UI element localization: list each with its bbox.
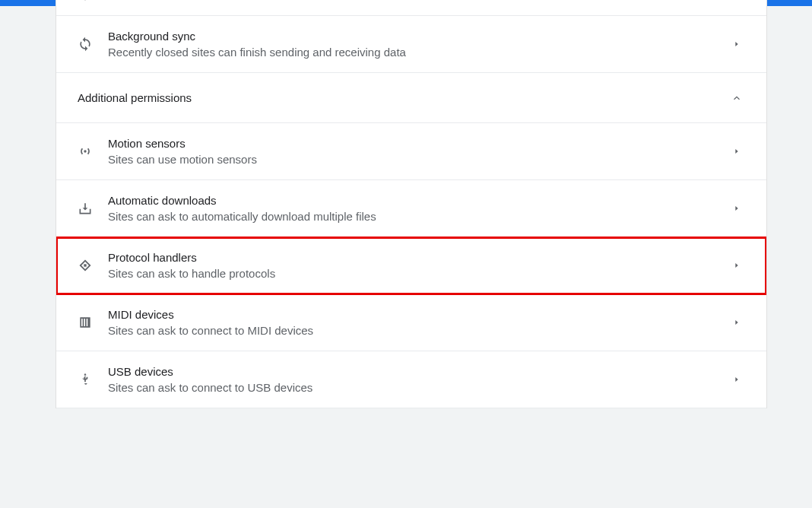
- row-text: USB devices Sites can ask to connect to …: [108, 365, 725, 394]
- row-notifications[interactable]: Sites can ask to send notifications: [56, 0, 766, 16]
- row-motion-sensors[interactable]: Motion sensors Sites can use motion sens…: [56, 123, 766, 180]
- row-title: Protocol handlers: [108, 251, 725, 264]
- chevron-right-icon: [725, 148, 748, 155]
- row-title: Motion sensors: [108, 137, 725, 150]
- chevron-up-icon: [725, 93, 748, 103]
- svg-point-0: [84, 150, 86, 152]
- midi-icon: [78, 315, 108, 330]
- row-text: Automatic downloads Sites can ask to aut…: [108, 194, 725, 223]
- download-icon: [78, 201, 108, 216]
- row-text: MIDI devices Sites can ask to connect to…: [108, 308, 725, 337]
- chevron-right-icon: [725, 40, 748, 48]
- chevron-right-icon: [725, 262, 748, 269]
- settings-panel: Sites can ask to send notifications Back…: [56, 0, 767, 408]
- row-text: Sites can ask to send notifications: [108, 0, 725, 1]
- row-title: Automatic downloads: [108, 194, 725, 207]
- bell-icon: [78, 0, 108, 2]
- row-automatic-downloads[interactable]: Automatic downloads Sites can ask to aut…: [56, 180, 766, 237]
- chevron-right-icon: [725, 376, 748, 383]
- row-subtitle: Sites can ask to connect to USB devices: [108, 381, 725, 394]
- usb-icon: [78, 372, 108, 387]
- row-subtitle: Sites can ask to handle protocols: [108, 267, 725, 280]
- row-text: Background sync Recently closed sites ca…: [108, 30, 725, 59]
- sync-icon: [78, 37, 108, 52]
- row-subtitle: Recently closed sites can finish sending…: [108, 46, 725, 59]
- row-title: Background sync: [108, 30, 725, 43]
- row-protocol-handlers[interactable]: Protocol handlers Sites can ask to handl…: [56, 237, 766, 294]
- chevron-right-icon: [725, 205, 748, 212]
- row-midi-devices[interactable]: MIDI devices Sites can ask to connect to…: [56, 294, 766, 351]
- row-title: USB devices: [108, 365, 725, 378]
- section-additional-permissions[interactable]: Additional permissions: [56, 73, 766, 123]
- row-usb-devices[interactable]: USB devices Sites can ask to connect to …: [56, 351, 766, 408]
- chevron-right-icon: [725, 319, 748, 326]
- row-subtitle: Sites can ask to automatically download …: [108, 210, 725, 223]
- row-background-sync[interactable]: Background sync Recently closed sites ca…: [56, 16, 766, 73]
- row-subtitle: Sites can use motion sensors: [108, 153, 725, 166]
- row-subtitle: Sites can ask to send notifications: [108, 0, 725, 1]
- row-text: Protocol handlers Sites can ask to handl…: [108, 251, 725, 280]
- row-text: Motion sensors Sites can use motion sens…: [108, 137, 725, 166]
- row-subtitle: Sites can ask to connect to MIDI devices: [108, 324, 725, 337]
- row-title: MIDI devices: [108, 308, 725, 321]
- section-title: Additional permissions: [78, 91, 725, 104]
- motion-sensors-icon: [78, 144, 108, 159]
- protocol-handlers-icon: [78, 258, 108, 273]
- svg-rect-1: [84, 264, 86, 266]
